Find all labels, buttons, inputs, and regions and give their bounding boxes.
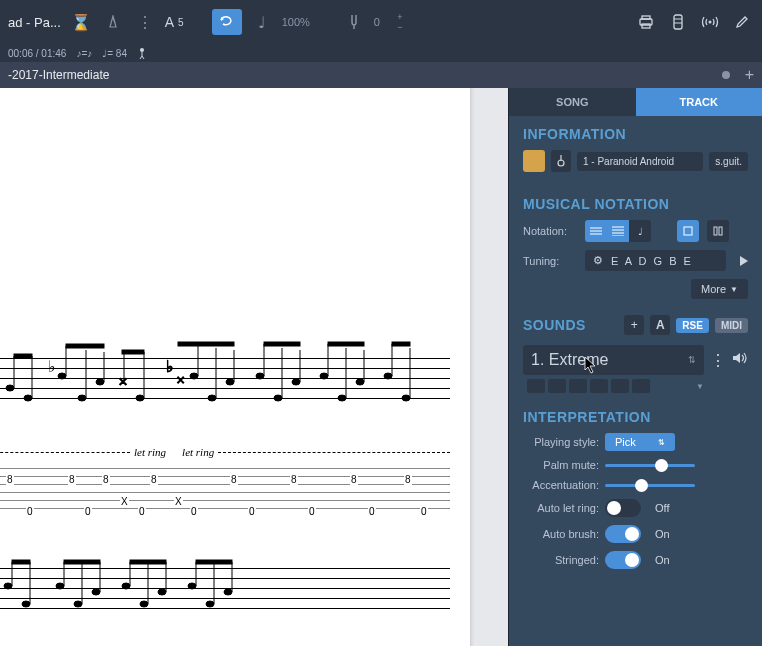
svg-rect-88 [684,227,692,235]
svg-point-45 [338,395,346,401]
metronome-icon[interactable] [101,10,125,34]
add-tab-button[interactable]: + [745,66,754,84]
svg-rect-42 [264,342,300,346]
document-tabstrip: -2017-Intermediate + [0,62,762,88]
fx-icon-5[interactable] [611,379,629,393]
print-icon[interactable] [634,10,658,34]
svg-point-7 [709,21,712,24]
score-viewport[interactable]: ♭ ✕ ♭ ✕ [0,88,508,646]
notation-slash-button[interactable]: ♩ [629,220,651,242]
auto-let-ring-label: Auto let ring: [523,502,599,514]
svg-point-64 [92,589,100,595]
track-color-swatch[interactable] [523,150,545,172]
broadcast-icon[interactable] [698,10,722,34]
rse-badge[interactable]: RSE [676,318,709,333]
information-title: INFORMATION [523,126,748,142]
instrument-icon[interactable] [551,150,571,172]
playing-style-label: Playing style: [523,436,599,448]
loop-button[interactable] [212,9,242,35]
svg-point-47 [356,379,364,385]
tempo-note-equiv: ♪=♪ [76,48,92,59]
fx-icon-1[interactable] [527,379,545,393]
svg-rect-35 [178,342,234,346]
svg-point-15 [58,373,66,379]
notation-tab-button[interactable] [607,220,629,242]
chevron-down-icon[interactable]: ▼ [696,382,704,391]
sound-menu-icon[interactable]: ⋮ [710,345,726,370]
svg-rect-21 [66,344,104,348]
svg-rect-2 [642,16,650,19]
accentuation-slider[interactable] [605,484,695,487]
auto-let-ring-toggle[interactable] [605,499,641,517]
stringed-toggle[interactable] [605,551,641,569]
notation-opt2-button[interactable] [707,220,729,242]
svg-point-10 [6,385,14,391]
play-tuning-button[interactable] [740,256,748,266]
svg-point-50 [384,373,392,379]
svg-point-33 [226,379,234,385]
instrument-short[interactable]: s.guit. [709,152,748,171]
playing-style-select[interactable]: Pick ⇅ [605,433,675,451]
svg-point-71 [158,589,166,595]
notation-title: MUSICAL NOTATION [523,196,748,212]
zoom-value[interactable]: 100% [282,16,310,28]
edit-icon[interactable] [730,10,754,34]
close-tab-icon[interactable] [722,71,730,79]
tab-song[interactable]: SONG [509,88,636,116]
plus-minus-icon[interactable]: +− [388,10,412,34]
tuning-label: Tuning: [523,255,579,267]
svg-rect-54 [392,342,410,346]
svg-point-29 [190,373,198,379]
tuner-value: 0 [374,16,380,28]
chevron-down-icon: ▼ [730,285,738,294]
dots-icon[interactable]: ⋮ [133,10,157,34]
fx-icon-2[interactable] [548,379,566,393]
svg-point-17 [78,395,86,401]
tab-track[interactable]: TRACK [636,88,763,116]
svg-rect-3 [642,24,650,28]
svg-point-78 [224,589,232,595]
svg-point-55 [4,583,12,589]
font-size-control[interactable]: A 5 [165,14,184,30]
chevron-updown-icon: ⇅ [688,355,696,365]
palm-mute-label: Palm mute: [523,459,599,471]
sound-select[interactable]: 1. Extreme ⇅ [523,345,704,375]
tempo-value: ♩= 84 [102,48,127,59]
playback-time: 00:06 / 01:46 [8,48,66,59]
fx-icon-6[interactable] [632,379,650,393]
svg-point-74 [188,583,196,589]
notation-opt1-button[interactable] [677,220,699,242]
quarter-note-icon[interactable]: ♩ [250,10,274,34]
svg-rect-49 [328,342,364,346]
document-tab[interactable]: -2017-Intermediate [8,68,109,82]
svg-text:✕: ✕ [118,375,128,389]
track-name-field[interactable]: 1 - Paranoid Android [577,152,703,171]
notation-label: Notation: [523,225,579,237]
svg-rect-4 [674,15,682,29]
palm-mute-slider[interactable] [605,464,695,467]
hourglass-icon[interactable]: ⌛ [69,10,93,34]
svg-point-62 [74,601,82,607]
auto-brush-toggle[interactable] [605,525,641,543]
speaker-icon[interactable] [732,345,748,369]
fx-icon-3[interactable] [569,379,587,393]
score-page: ♭ ✕ ♭ ✕ [0,88,470,646]
fx-icon-4[interactable] [590,379,608,393]
auto-brush-label: Auto brush: [523,528,599,540]
svg-rect-80 [196,560,232,564]
notation-standard-button[interactable] [585,220,607,242]
svg-rect-59 [12,560,30,564]
section-notation: MUSICAL NOTATION Notation: ♩ Tuning: ⚙ E… [509,186,762,305]
svg-point-24 [136,395,144,401]
sound-a-button[interactable]: A [650,315,670,335]
svg-point-19 [96,379,104,385]
add-sound-button[interactable]: + [624,315,644,335]
top-toolbar: ad - Pa... ⌛ ⋮ A 5 ♩ 100% 0 +− [0,0,762,44]
fretboard-icon[interactable] [666,10,690,34]
interpretation-title: INTERPRETATION [523,409,748,425]
tuning-field[interactable]: ⚙ E A D G B E [585,250,726,271]
count-in-icon[interactable] [137,47,147,59]
midi-badge[interactable]: MIDI [715,318,748,333]
more-button[interactable]: More ▼ [691,279,748,299]
tuning-fork-icon[interactable] [342,10,366,34]
